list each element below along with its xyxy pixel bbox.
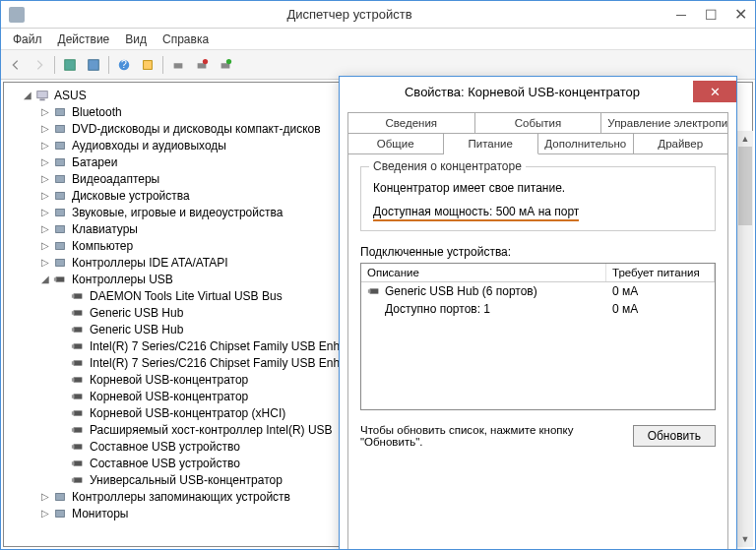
device-icon [70,288,86,304]
svg-rect-36 [74,394,83,398]
svg-rect-45 [72,461,75,465]
expand-icon[interactable] [57,391,68,401]
svg-rect-37 [72,395,75,398]
toolbar-icon[interactable] [137,54,158,76]
expand-icon[interactable]: ▷ [39,106,50,117]
dialog-close-button[interactable]: ✕ [693,81,736,102]
tab-driver[interactable]: Драйвер [634,133,729,154]
expand-icon[interactable]: ▷ [39,508,50,519]
svg-rect-44 [74,460,83,465]
tabs-row-2: Общие Питание Дополнительно Драйвер [347,133,728,154]
expand-icon[interactable] [57,458,68,468]
table-row[interactable]: Generic USB Hub (6 портов) 0 мА [361,282,715,300]
svg-rect-48 [56,493,65,500]
device-icon [70,422,86,438]
tab-power-management[interactable]: Управление электропитанием [601,112,728,134]
collapse-icon[interactable]: ◢ [22,90,32,100]
close-button[interactable]: ✕ [725,4,755,26]
toolbar-icon[interactable] [83,54,104,76]
device-icon [52,154,68,170]
scroll-thumb[interactable] [738,147,752,225]
expand-icon[interactable]: ▷ [39,190,50,201]
device-icon [52,121,68,137]
svg-rect-12 [56,108,65,115]
svg-rect-22 [56,276,65,281]
expand-icon[interactable]: ▷ [39,156,50,167]
tab-general[interactable]: Общие [347,133,444,154]
svg-rect-39 [72,411,75,415]
app-icon [9,7,25,23]
back-button[interactable] [5,54,27,76]
forward-button[interactable] [29,54,50,76]
vertical-scrollbar[interactable]: ▲ ▼ [737,131,753,547]
scan-hardware-icon[interactable] [167,54,189,76]
device-icon [52,221,68,237]
menu-view[interactable]: Вид [117,31,155,48]
collapse-icon[interactable]: ◢ [39,274,50,284]
svg-rect-24 [74,293,83,298]
tab-advanced[interactable]: Дополнительно [538,133,634,154]
fieldset-legend: Сведения о концентраторе [369,159,526,173]
svg-rect-49 [56,510,65,517]
expand-icon[interactable] [57,407,68,418]
menu-help[interactable]: Справка [155,31,217,48]
menu-file[interactable]: Файл [5,31,50,48]
svg-rect-41 [72,428,75,432]
svg-rect-10 [37,91,48,97]
expand-icon[interactable]: ▷ [39,240,50,251]
device-icon [52,171,68,187]
expand-icon[interactable]: ▷ [39,257,50,268]
device-icon [52,489,68,505]
svg-rect-13 [56,125,65,132]
tab-events[interactable]: События [475,112,602,134]
col-power-required[interactable]: Требует питания [606,264,715,281]
svg-point-7 [203,58,208,63]
expand-icon[interactable] [57,307,68,318]
expand-icon[interactable]: ▷ [39,491,50,502]
col-description[interactable]: Описание [361,264,606,281]
expand-icon[interactable]: ▷ [39,140,50,151]
scroll-up-icon[interactable]: ▲ [737,131,753,147]
help-icon[interactable]: ? [113,54,135,76]
minimize-button[interactable]: ─ [666,4,696,26]
scroll-down-icon[interactable]: ▼ [737,531,753,547]
svg-rect-50 [370,288,379,293]
svg-rect-51 [368,289,371,293]
expand-icon[interactable]: ▷ [39,173,50,184]
expand-icon[interactable] [57,474,68,485]
device-icon [70,305,86,321]
tab-details[interactable]: Сведения [347,112,475,134]
svg-rect-4 [144,60,153,69]
menu-action[interactable]: Действие [50,31,118,48]
toolbar-icon[interactable] [215,54,236,76]
toolbar-icon[interactable] [191,54,213,76]
expand-icon[interactable] [57,324,68,335]
maximize-button[interactable]: ☐ [696,4,725,26]
expand-icon[interactable] [57,424,68,435]
table-row[interactable]: Доступно портов: 1 0 мА [361,300,715,318]
refresh-button[interactable]: Обновить [633,425,716,447]
svg-rect-32 [74,360,83,365]
table-header: Описание Требует питания [361,264,715,282]
svg-rect-14 [56,142,65,149]
expand-icon[interactable] [57,374,68,385]
svg-text:?: ? [121,58,127,70]
expand-icon[interactable]: ▷ [39,223,50,234]
svg-rect-47 [72,478,75,482]
svg-rect-15 [56,158,65,165]
expand-icon[interactable]: ▷ [39,207,50,217]
device-icon [52,188,68,204]
svg-rect-11 [39,98,44,100]
device-icon [52,238,68,254]
device-icon [70,338,86,354]
expand-icon[interactable] [57,441,68,452]
expand-icon[interactable] [57,357,68,368]
menu-bar: Файл Действие Вид Справка [1,29,755,50]
devices-table[interactable]: Описание Требует питания Generic USB Hub… [360,263,716,410]
expand-icon[interactable]: ▷ [39,123,50,134]
tab-power[interactable]: Питание [444,133,539,154]
expand-icon[interactable] [57,290,68,301]
expand-icon[interactable] [57,340,68,351]
toolbar-icon[interactable] [59,54,81,76]
svg-rect-43 [72,445,75,449]
